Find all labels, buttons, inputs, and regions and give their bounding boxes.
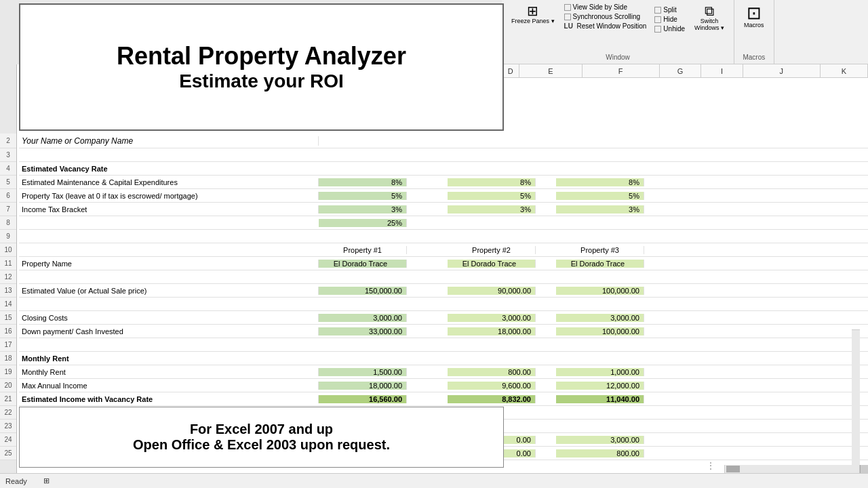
switch-windows-label: SwitchWindows ▾ (694, 18, 724, 31)
row-15-label: Closing Costs (19, 314, 319, 322)
row-7: Income Tax Bracket 3% 3% 3% (19, 203, 868, 216)
scrollbar-thumb (726, 466, 740, 472)
rent-p1: 1,500.00 (319, 368, 407, 376)
reset-window-button[interactable]: LU Reset Window Position (561, 22, 650, 30)
header-banner: Rental Property Analyzer Estimate your R… (19, 3, 504, 131)
freeze-panes-button[interactable]: ⊞ Freeze Panes ▾ (507, 3, 559, 26)
scrollbar-corner[interactable] (860, 465, 868, 473)
row-num-5: 5 (0, 176, 16, 189)
horizontal-scrollbar[interactable] (724, 465, 860, 473)
row-4-label: Estimated Vacancy Rate (19, 165, 108, 173)
row-7-label: Income Tax Bracket (19, 205, 319, 214)
switch-windows-button[interactable]: ⧉ SwitchWindows ▾ (690, 3, 728, 33)
vertical-scrollbar[interactable] (852, 329, 860, 465)
row-2: Your Name or Company Name (19, 134, 868, 148)
row-num-17: 17 (0, 338, 16, 352)
row-num-12: 12 (0, 270, 16, 284)
macros-group-title: Macros (740, 52, 768, 61)
row-num-9: 9 (0, 230, 16, 243)
row-num-22: 22 (0, 406, 16, 420)
view-side-label: View Side by Side (573, 3, 627, 11)
cc-p2: 3,000.00 (448, 314, 536, 322)
row-21-label: Estimated Income with Vacancy Rate (19, 395, 319, 403)
ribbon-small-cluster: View Side by Side Synchronous Scrolling … (561, 3, 650, 30)
row-num-21: 21 (0, 392, 16, 406)
scrollbar-dots: ⋮ (706, 460, 715, 471)
row-15: Closing Costs 3,000.00 3,000.00 3,000.00 (19, 311, 868, 325)
hide-button[interactable]: Hide (652, 15, 688, 24)
row-11: Property Name El Dorado Trace El Dorado … (19, 257, 868, 270)
split-checkbox (654, 7, 661, 14)
header-subtitle: Estimate your ROI (179, 70, 344, 92)
val-p1: 150,000.00 (319, 287, 407, 295)
row-3 (19, 148, 868, 162)
prop3-header: Property #3 (556, 246, 644, 254)
maint-p3: 5% (556, 192, 644, 200)
maxinc-p3: 12,000.00 (556, 382, 644, 390)
macros-button[interactable]: ⊡ Macros (740, 3, 768, 30)
maxinc-p2: 9,600.00 (448, 382, 536, 390)
row-num-23: 23 (0, 420, 16, 433)
row-num-18: 18 (0, 352, 16, 365)
row-16: Down payment/ Cash Invested 33,000.00 18… (19, 325, 868, 338)
reset-window-icon: LU (564, 22, 575, 30)
row-num-16: 16 (0, 325, 16, 338)
freeze-panes-icon: ⊞ (527, 4, 538, 18)
row-numbers: 2 3 4 5 6 7 8 9 10 11 12 13 14 15 16 17 … (0, 134, 17, 460)
row-num-3: 3 (0, 148, 16, 162)
view-side-by-side-button[interactable]: View Side by Side (561, 3, 650, 12)
company-name-cell: Your Name or Company Name (19, 136, 319, 146)
val24-p3: 3,000.00 (556, 436, 644, 444)
col-header-e: E (519, 64, 582, 77)
column-headers: D E F G I J K (502, 64, 868, 78)
window-group-title: Window (507, 52, 728, 61)
sync-scroll-button[interactable]: Synchronous Scrolling (561, 12, 650, 21)
val25-p3: 800.00 (556, 449, 644, 458)
col-header-d: D (502, 64, 519, 77)
freeze-panes-label: Freeze Panes ▾ (511, 18, 555, 24)
row-20-label: Max Annual Income (19, 382, 319, 390)
row-num-19: 19 (0, 365, 16, 379)
footer-line1: For Excel 2007 and up (190, 422, 333, 437)
maxinc-p1: 18,000.00 (319, 382, 407, 390)
split-button[interactable]: Split (652, 5, 688, 14)
cc-p3: 3,000.00 (556, 314, 644, 322)
row-14 (19, 298, 868, 311)
unhide-button[interactable]: Unhide (652, 24, 688, 33)
maint-p2: 5% (448, 192, 536, 200)
ribbon-group-macros: ⊡ Macros Macros (734, 0, 774, 64)
ribbon-group-window: ⊞ Freeze Panes ▾ View Side by Side Synch… (502, 0, 734, 64)
dp-p3: 100,000.00 (556, 327, 644, 336)
sync-scroll-label: Synchronous Scrolling (573, 13, 641, 20)
status-bar: Ready ⊞ ⋮ (0, 473, 868, 488)
unhide-checkbox (654, 26, 661, 33)
col-header-g: G (660, 64, 701, 77)
row-12 (19, 270, 868, 284)
row-num-15: 15 (0, 311, 16, 325)
row-num-7: 7 (0, 203, 16, 216)
row-21: Estimated Income with Vacancy Rate 16,56… (19, 392, 868, 406)
row-num-13: 13 (0, 284, 16, 298)
row-17 (19, 338, 868, 352)
row-19: Monthly Rent 1,500.00 800.00 1,000.00 (19, 365, 868, 379)
income-tax: 25% (319, 219, 407, 227)
ribbon: ⊞ Freeze Panes ▾ View Side by Side Synch… (502, 0, 868, 64)
dp-p2: 18,000.00 (448, 327, 536, 336)
row-num-2: 2 (0, 134, 16, 148)
row-11-label: Property Name (19, 260, 319, 268)
rent-p3: 1,000.00 (556, 368, 644, 376)
row-num-11: 11 (0, 257, 16, 270)
row-num-14: 14 (0, 298, 16, 311)
reset-window-label: Reset Window Position (577, 22, 647, 30)
view-side-checkbox (564, 4, 571, 11)
footer-line2: Open Office & Excel 2003 upon request. (133, 437, 390, 453)
maint-p1: 5% (319, 192, 407, 200)
propname-p2: El Dorado Trace (448, 260, 536, 268)
sync-scroll-checkbox (564, 14, 571, 20)
row-6: Property Tax (leave at 0 if tax is escro… (19, 189, 868, 203)
row-num-6: 6 (0, 189, 16, 203)
row-10: Property #1 Property #2 Property #3 (19, 243, 868, 257)
row-num-25: 25 (0, 447, 16, 460)
vacancy-p2: 8% (448, 178, 536, 186)
row-num-4: 4 (0, 162, 16, 176)
